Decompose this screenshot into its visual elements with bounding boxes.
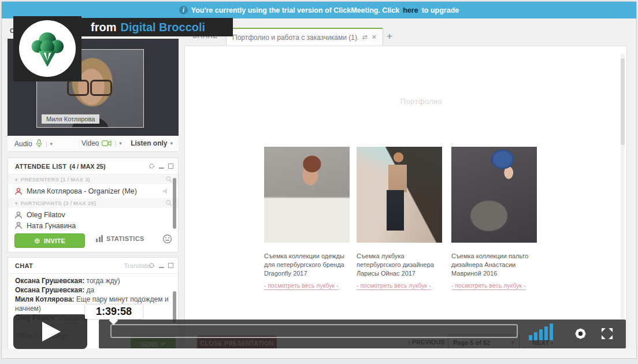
gear-icon[interactable] [149,163,155,169]
lookbook-link[interactable]: - посмотреть весь лукбук - [264,282,339,290]
broccoli-logo [19,20,76,77]
new-tab-button[interactable]: + [387,31,392,42]
attendee-row-participant[interactable]: Oleg Filatov [8,208,178,222]
attendee-list-panel: ATTENDEE LIST (4 / MAX 25) ▾ PRESENTERS … [8,158,179,252]
invite-button[interactable]: ⊕ INVITE [14,233,85,248]
participants-group-header[interactable]: ▾ PARTICIPANTS (3 / MAX 25) [8,198,178,208]
chevron-down-icon[interactable]: ▾ [119,140,122,146]
slide-hero-image: Портфолио [254,64,588,139]
attendee-actions-row: ⊕ INVITE STATISTICS [8,229,178,252]
translate-toggle[interactable]: Translate [124,262,150,269]
attendee-list-title: ATTENDEE LIST [15,163,66,170]
microphone-icon [35,139,43,148]
search-icon[interactable] [166,200,172,206]
presentation-tab-title: Портфолио и работа с заказчиками (1).pdf [232,34,358,42]
maximize-icon[interactable] [168,263,173,268]
chat-title: CHAT [15,262,33,269]
attendee-name: Ната Гунавина [27,222,76,229]
minimize-icon[interactable] [159,263,164,268]
portfolio-photo-2 [357,147,442,243]
trial-banner: i You're currently using the trial versi… [2,2,636,18]
portfolio-caption: Съемка коллекции одежды для петербургско… [264,252,355,278]
statistics-button[interactable]: STATISTICS [96,235,144,242]
timestamp-tooltip: 1:39:58 [85,304,143,319]
trial-banner-suffix: to upgrade [422,6,459,14]
video-label: Video [81,139,99,147]
page-bottom-strip [2,348,636,359]
portfolio-caption: Съемка лукбука петербургского дизайнера … [357,252,448,278]
video-player-frame: i You're currently using the trial versi… [1,1,637,359]
av-controls-bar: Audio | ▾ Video | ▾ Listen only ▾ [8,136,179,152]
chevron-down-icon: ▾ [15,177,18,183]
timestamp: 1:39:58 [96,306,132,318]
sync-icon[interactable]: ⇄ [362,34,368,41]
brand-overlay: from Digital Broccoli [81,18,233,36]
emoticons-icon[interactable] [162,234,172,244]
separator: | [46,140,47,147]
speaker-icon [163,188,170,194]
info-icon: i [179,6,188,14]
attendee-name: Oleg Filatov [27,211,65,219]
presenter-name-tag: Миля Котлярова [42,114,99,124]
portfolio-photo-3 [451,147,537,243]
attendee-scrollbar[interactable] [173,178,176,229]
minimize-icon[interactable] [159,164,164,169]
attendee-row-participant[interactable]: Ната Гунавина [8,222,178,229]
player-control-bar [99,320,626,348]
portfolio-caption: Съемка коллекции пальто дизайнера Анаста… [451,252,543,278]
person-icon [15,222,22,229]
attendee-name: Миля Котлярова - Organizer (Me) [27,187,137,195]
close-tab-icon[interactable]: ✕ [372,34,377,41]
bar-chart-icon [96,235,103,242]
brand-name-text: Digital Broccoli [120,21,205,34]
listen-only-label: Listen only [131,139,167,147]
upgrade-link[interactable]: here [403,6,418,14]
play-icon [42,322,61,341]
settings-gear-icon[interactable] [572,325,589,343]
trial-banner-text: You're currently using the trial version… [191,6,399,14]
camera-icon [102,140,112,147]
chat-message: Оксана Грушевская: тогда жду) [15,276,170,285]
plus-circle-icon: ⊕ [34,236,40,245]
chat-scrollbar[interactable] [173,291,176,323]
gear-icon[interactable] [149,262,155,269]
audio-control[interactable]: Audio | ▾ [14,139,53,148]
separator: | [114,140,116,147]
lookbook-link[interactable]: - посмотреть весь лукбук - [451,282,526,290]
slide-heading: Портфолио [400,97,442,106]
lookbook-link[interactable]: - посмотреть весь лукбук - [357,282,431,290]
webcam-face-glasses [67,80,112,94]
presenter-person-icon [15,188,22,195]
audio-label: Audio [14,140,32,148]
attendee-count: (4 / MAX 25) [69,163,105,170]
search-icon[interactable] [166,176,172,183]
fullscreen-icon[interactable] [599,326,615,341]
chevron-down-icon: ▾ [15,200,18,206]
brand-from-text: from [91,21,116,34]
person-icon [15,211,22,219]
presenters-group-header[interactable]: ▾ PRESENTERS (1 / MAX 3) [8,174,178,184]
presentation-tab[interactable]: Портфолио и работа с заказчиками (1).pdf… [226,28,383,46]
play-button[interactable] [13,314,87,349]
chat-message: Оксана Грушевская: да [15,285,170,295]
listen-only-control[interactable]: Listen only ▾ [131,139,173,147]
content-scrollbar[interactable] [621,54,625,320]
broccoli-logo-box [13,16,81,81]
seek-bar[interactable] [110,324,518,338]
video-control[interactable]: Video | ▾ [81,139,122,147]
portfolio-photo-1 [264,147,350,243]
maximize-icon[interactable] [168,164,173,169]
attendee-row-organizer[interactable]: Миля Котлярова - Organizer (Me) [8,184,178,198]
chevron-down-icon[interactable]: ▾ [50,141,53,147]
chevron-down-icon: ▾ [170,140,173,146]
volume-icon[interactable] [529,324,557,340]
presentation-content: Портфолио Съемка коллекции одежды для пе… [184,46,627,350]
